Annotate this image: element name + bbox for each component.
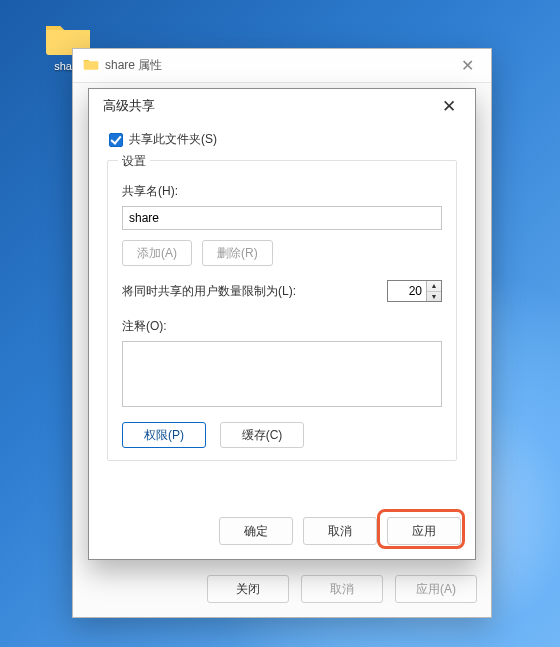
- advanced-sharing-title: 高级共享: [103, 97, 155, 115]
- props-close-button[interactable]: 关闭: [207, 575, 289, 603]
- props-apply-button: 应用(A): [395, 575, 477, 603]
- permissions-button[interactable]: 权限(P): [122, 422, 206, 448]
- user-limit-label: 将同时共享的用户数量限制为(L):: [122, 283, 296, 300]
- properties-title-text: share 属性: [105, 57, 162, 74]
- share-name-input[interactable]: [122, 206, 442, 230]
- folder-icon: [83, 56, 99, 75]
- advanced-sharing-titlebar[interactable]: 高级共享 ✕: [89, 89, 475, 123]
- ok-button[interactable]: 确定: [219, 517, 293, 545]
- spinner-down-icon[interactable]: ▼: [427, 291, 441, 302]
- remove-button: 删除(R): [202, 240, 273, 266]
- apply-button[interactable]: 应用: [387, 517, 461, 545]
- share-this-folder-input[interactable]: [109, 133, 123, 147]
- props-cancel-button: 取消: [301, 575, 383, 603]
- add-button: 添加(A): [122, 240, 192, 266]
- close-icon[interactable]: ✕: [453, 56, 481, 75]
- user-limit-input[interactable]: [388, 281, 426, 301]
- settings-legend: 设置: [118, 153, 150, 170]
- comment-input[interactable]: [122, 341, 442, 407]
- cache-button[interactable]: 缓存(C): [220, 422, 304, 448]
- user-limit-spinner[interactable]: ▲ ▼: [387, 280, 442, 302]
- share-this-folder-label: 共享此文件夹(S): [129, 131, 217, 148]
- share-name-label: 共享名(H):: [122, 183, 442, 200]
- spinner-up-icon[interactable]: ▲: [427, 281, 441, 291]
- cancel-button[interactable]: 取消: [303, 517, 377, 545]
- comment-label: 注释(O):: [122, 318, 442, 335]
- settings-fieldset: 设置 共享名(H): 添加(A) 删除(R) 将同时共享的用户数量限制为(L):…: [107, 160, 457, 461]
- properties-titlebar[interactable]: share 属性 ✕: [73, 49, 491, 83]
- advanced-sharing-dialog: 高级共享 ✕ 共享此文件夹(S) 设置 共享名(H): 添加(A) 删除(R) …: [88, 88, 476, 560]
- close-icon[interactable]: ✕: [433, 96, 465, 117]
- share-this-folder-checkbox[interactable]: 共享此文件夹(S): [109, 131, 457, 148]
